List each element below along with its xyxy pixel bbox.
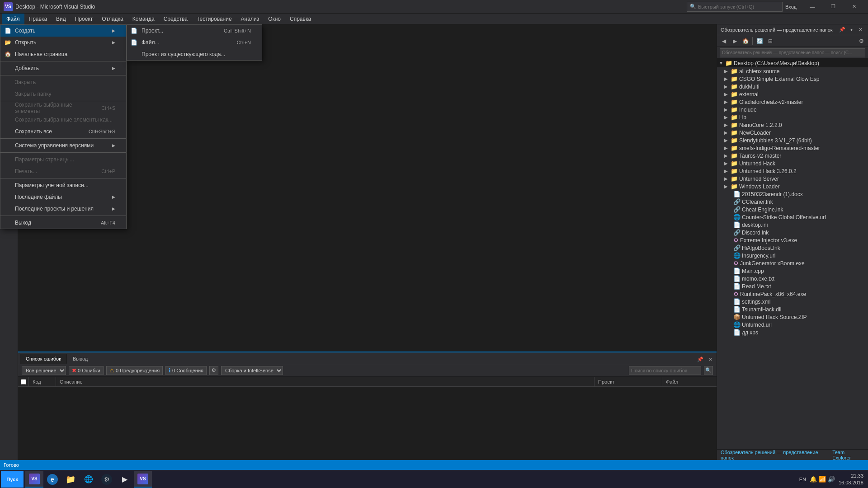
menu-item-account-settings[interactable]: Параметры учетной записи... [0,179,126,191]
menu-item-close-folder[interactable]: Закрыть папку [0,88,126,100]
menu-item-home[interactable]: 🏠 Начальная страница [0,48,126,60]
new-from-existing-item[interactable]: Проект из существующего кода... [127,48,262,60]
menu-separator-5 [0,152,126,153]
file-menu-dropdown: 📄 Создать ▶ 📂 Открыть ▶ 🏠 Начальная стра… [0,24,127,229]
menu-separator-1 [0,61,126,61]
menu-item-close[interactable]: Закрыть [0,76,126,88]
new-file-item[interactable]: 📄 Файл... Ctrl+N [127,37,262,48]
menu-item-print[interactable]: Печать... Ctrl+P [0,165,126,177]
menu-item-pagesetup[interactable]: Параметры страницы... [0,154,126,165]
menu-overlay[interactable]: 📄 Создать ▶ 📂 Открыть ▶ 🏠 Начальная стра… [0,0,868,488]
menu-item-recent-projects[interactable]: Последние проекты и решения ▶ [0,203,126,215]
menu-separator-7 [0,216,126,216]
new-project-item[interactable]: 📄 Проект... Ctrl+Shift+N [127,25,262,37]
menu-separator-2 [0,75,126,75]
menu-separator-4 [0,138,126,139]
new-submenu-dropdown: 📄 Проект... Ctrl+Shift+N 📄 Файл... Ctrl+… [127,24,262,61]
menu-item-create[interactable]: 📄 Создать ▶ [0,25,126,37]
menu-item-save-all[interactable]: Сохранить все Ctrl+Shift+S [0,126,126,137]
menu-item-save-selected[interactable]: Сохранить выбранные элементы Ctrl+S [0,102,126,114]
menu-item-save-selected-as[interactable]: Сохранить выбранные элементы как... [0,114,126,126]
menu-item-open[interactable]: 📂 Открыть ▶ [0,37,126,48]
menu-item-vcs[interactable]: Система управления версиями ▶ [0,140,126,151]
menu-item-exit[interactable]: Выход Alt+F4 [0,217,126,229]
menu-separator-3 [0,101,126,101]
menu-item-recent-files[interactable]: Последние файлы ▶ [0,191,126,203]
menu-item-add[interactable]: Добавить ▶ [0,62,126,74]
menu-separator-6 [0,178,126,178]
